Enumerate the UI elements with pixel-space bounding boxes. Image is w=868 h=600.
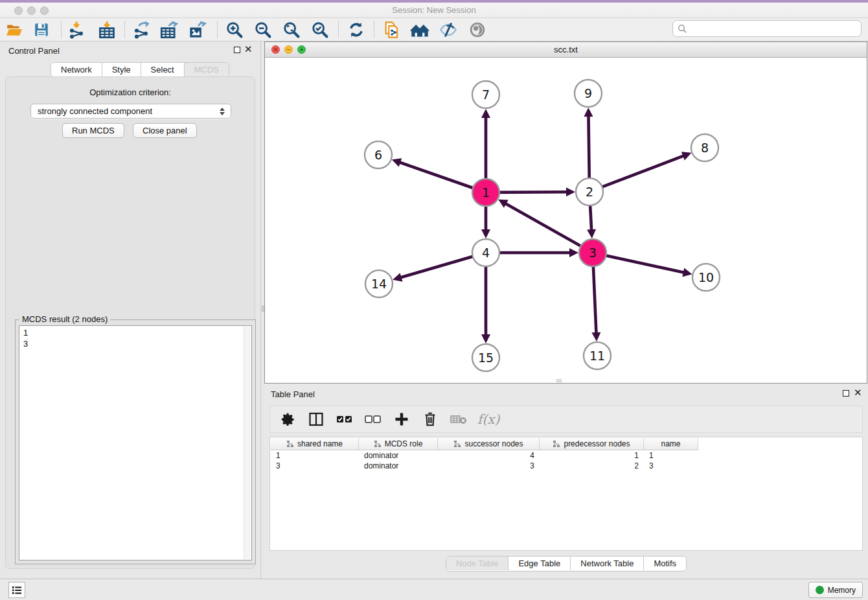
hide-details-icon[interactable]	[437, 20, 459, 40]
table-header-row: shared nameMCDS rolesuccessor nodesprede…	[271, 438, 698, 450]
zoom-fit-icon[interactable]	[280, 20, 303, 40]
hierarchy-icon	[453, 440, 461, 448]
edge-1-2[interactable]	[498, 192, 567, 192]
cell-name[interactable]: 3	[644, 461, 698, 471]
mcds-tab-content: Optimization criterion: strongly connect…	[5, 76, 255, 569]
toolbar-divider	[338, 21, 339, 38]
table-row[interactable]: 3dominator323	[271, 461, 698, 471]
delete-table-icon[interactable]	[449, 410, 468, 429]
zoom-in-icon[interactable]	[223, 20, 246, 40]
function-builder-icon[interactable]: f(x)	[477, 411, 499, 427]
cell-successor-nodes[interactable]: 4	[438, 450, 540, 461]
mcds-result-area[interactable]: 1 3	[19, 325, 252, 560]
search-box[interactable]	[672, 20, 862, 37]
edge-1-6[interactable]	[399, 162, 474, 189]
arrowhead-1-7	[481, 109, 490, 118]
clone-network-icon[interactable]	[381, 20, 403, 40]
frame-resize-grip[interactable]	[556, 379, 562, 382]
import-network-icon[interactable]	[65, 20, 87, 40]
result-scrollbar[interactable]	[244, 327, 251, 559]
tab-network-table[interactable]: Network Table	[570, 557, 643, 570]
graph-node-label-1: 1	[482, 185, 490, 200]
delete-icon[interactable]	[420, 410, 440, 429]
cell-MCDS-role[interactable]: dominator	[359, 450, 438, 461]
cell-shared-name[interactable]: 3	[271, 461, 359, 471]
zoom-selected-icon[interactable]	[309, 20, 331, 40]
close-panel-icon[interactable]: ✕	[854, 387, 862, 398]
column-header-name[interactable]: name	[644, 438, 698, 450]
cell-name[interactable]: 1	[644, 450, 698, 461]
float-panel-icon[interactable]	[843, 390, 849, 397]
show-all-networks-icon[interactable]	[409, 20, 431, 40]
cell-predecessor-nodes[interactable]: 1	[540, 450, 644, 461]
apply-layout-icon[interactable]	[345, 20, 367, 40]
edge-3-1[interactable]	[505, 203, 582, 247]
tab-select[interactable]: Select	[141, 63, 184, 76]
float-panel-icon[interactable]	[234, 47, 240, 53]
import-table-icon[interactable]	[96, 20, 118, 40]
export-table-icon[interactable]	[158, 20, 180, 40]
column-header-MCDS-role[interactable]: MCDS role	[359, 438, 438, 450]
arrowhead-1-2	[566, 187, 575, 196]
network-graph[interactable]: 7968124314101511	[265, 58, 867, 384]
cell-MCDS-role[interactable]: dominator	[359, 461, 438, 471]
close-panel-icon[interactable]: ✕	[244, 43, 253, 55]
graph-node-label-7: 7	[482, 87, 490, 102]
table-row[interactable]: 1dominator411	[271, 450, 698, 461]
window-title: Session: New Session	[0, 5, 868, 15]
edge-2-9[interactable]	[588, 115, 589, 179]
column-header-shared-name[interactable]: shared name	[271, 438, 359, 450]
edge-3-10[interactable]	[605, 255, 685, 273]
column-header-successor-nodes[interactable]: successor nodes	[438, 438, 540, 450]
save-session-icon[interactable]	[30, 20, 52, 40]
graph-node-label-11: 11	[589, 349, 605, 363]
birds-eye-view-icon[interactable]	[466, 20, 488, 40]
network-canvas[interactable]: 7968124314101511	[265, 58, 867, 383]
column-header-predecessor-nodes[interactable]: predecessor nodes	[540, 438, 644, 450]
window-titlebar: Session: New Session	[0, 3, 868, 18]
edge-3-11[interactable]	[593, 265, 597, 334]
tab-style[interactable]: Style	[102, 63, 141, 76]
gear-icon[interactable]	[278, 410, 297, 429]
graph-node-label-3: 3	[589, 246, 597, 260]
control-panel-title: Control Panel	[8, 46, 60, 56]
tab-mcds[interactable]: MCDS	[184, 63, 229, 76]
toolbar-divider	[217, 21, 218, 38]
optimization-criterion-dropdown[interactable]: strongly connected component	[30, 104, 231, 119]
network-frame-titlebar[interactable]: ✕ − + scc.txt	[265, 42, 867, 58]
hierarchy-icon	[374, 440, 382, 448]
edge-2-8[interactable]	[601, 156, 684, 187]
edge-4-14[interactable]	[400, 256, 474, 277]
search-input[interactable]	[691, 24, 861, 34]
table-tabs: Node TableEdge TableNetwork TableMotifs	[446, 556, 687, 571]
tab-node-table[interactable]: Node Table	[446, 557, 508, 570]
open-session-icon[interactable]	[3, 20, 25, 40]
control-panel-tabs: NetworkStyleSelectMCDS	[51, 62, 229, 77]
deselect-all-icon[interactable]	[363, 410, 383, 429]
main-toolbar	[0, 18, 868, 41]
graph-node-label-2: 2	[586, 185, 593, 199]
optimization-criterion-label: Optimization criterion:	[6, 87, 255, 97]
select-all-icon[interactable]	[335, 410, 354, 429]
cell-shared-name[interactable]: 1	[271, 450, 359, 461]
edge-2-3[interactable]	[590, 204, 591, 231]
add-icon[interactable]	[392, 410, 411, 429]
cell-predecessor-nodes[interactable]: 2	[540, 461, 644, 471]
arrowhead-3-10	[682, 268, 692, 277]
export-network-icon[interactable]	[130, 20, 152, 40]
toolbar-divider	[61, 21, 62, 38]
tab-edge-table[interactable]: Edge Table	[508, 557, 570, 570]
arrowhead-1-4	[481, 229, 490, 238]
close-panel-button[interactable]: Close panel	[133, 123, 197, 138]
cell-successor-nodes[interactable]: 3	[438, 461, 540, 471]
export-image-icon[interactable]	[187, 20, 209, 40]
tab-motifs[interactable]: Motifs	[643, 557, 686, 570]
run-mcds-button[interactable]: Run MCDS	[62, 123, 124, 138]
task-history-icon[interactable]	[8, 582, 25, 598]
column-view-icon[interactable]	[306, 410, 326, 429]
tab-network[interactable]: Network	[51, 63, 102, 76]
node-table[interactable]: shared nameMCDS rolesuccessor nodesprede…	[269, 437, 863, 551]
zoom-out-icon[interactable]	[252, 20, 274, 40]
dropdown-stepper-icon	[216, 108, 228, 115]
memory-button[interactable]: Memory	[808, 582, 863, 598]
